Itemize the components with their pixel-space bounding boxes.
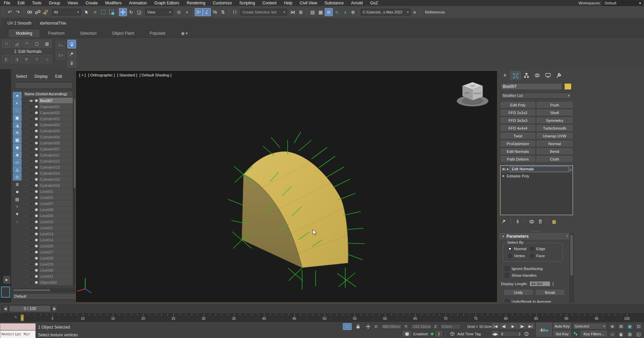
bind-to-space-warp-button[interactable] [42,8,50,16]
visibility-eye-icon[interactable] [28,165,34,170]
filter-helpers-icon[interactable]: ◮ [13,122,22,129]
visibility-eye-icon[interactable] [28,190,34,194]
field-of-view-button[interactable]: ◇ [608,331,616,337]
visibility-eye-icon[interactable] [28,147,34,151]
x-coordinate-field[interactable]: 488.393cm [381,324,402,329]
reference-coordinate-dropdown[interactable]: View▾ [145,9,173,15]
visibility-eye-icon[interactable] [28,256,34,261]
renderable-dot-icon[interactable] [34,190,39,193]
viewport[interactable]: [ + ] [ Orthographic ] [ Standard ] [ De… [75,70,497,303]
visibility-eye-icon[interactable] [28,183,34,188]
list-item[interactable]: Line011 [23,225,73,231]
renderable-dot-icon[interactable] [34,178,39,181]
pin-stack-button[interactable] [67,50,76,58]
list-item[interactable]: Line002 [23,195,73,201]
pan-button[interactable] [617,331,625,337]
renderable-dot-icon[interactable] [34,245,39,247]
filter-spacewarps-icon[interactable]: ≋ [13,129,22,136]
stack-row-edit-normals[interactable]: ▶ Edit Normals ▵ [501,166,573,173]
list-item[interactable]: Line001 [23,189,73,195]
parameters-scrollbar[interactable] [570,233,574,303]
visibility-eye-icon[interactable] [28,202,34,206]
menu-customize[interactable]: Customize [209,0,236,6]
renderable-dot-icon[interactable] [34,275,39,278]
visibility-eye-icon[interactable] [28,141,34,145]
menu-animation[interactable]: Animation [125,0,151,6]
material-editor-button[interactable]: ◑ [341,8,349,16]
show-end-result-button[interactable] [514,218,521,225]
show-end-result-toggle[interactable] [67,40,76,48]
poly-tool-2-button[interactable]: ◨ [12,55,21,63]
subobject-level-2-button[interactable]: ◿ [12,40,21,48]
visibility-eye-icon[interactable] [28,111,34,115]
visibility-eye-icon[interactable] [28,117,34,121]
list-item[interactable]: Line029 [23,261,73,267]
absolute-mode-transform-button[interactable] [364,323,372,330]
radio-normal[interactable]: Normal [508,247,526,251]
select-and-move-button[interactable] [119,8,127,16]
tab-display[interactable] [543,71,553,80]
select-and-scale-button[interactable]: ◲ [135,8,143,16]
poly-tool-3-button[interactable]: ◩ [22,55,31,63]
list-horizontal-scrollbar[interactable] [12,289,77,292]
renderable-dot-icon[interactable] [34,208,39,211]
renderable-dot-icon[interactable] [34,251,39,253]
mirror-button[interactable]: ⋈ [289,8,297,16]
select-by-name-button[interactable]: ≡ [91,8,99,16]
menu-scripting[interactable]: Scripting [235,0,259,6]
list-item[interactable]: Cylinder014 [23,170,73,176]
spinner-snap-button[interactable]: ⇅ [219,8,227,16]
renderable-dot-icon[interactable] [34,154,39,157]
ribbon-toggle-button[interactable]: ⊞ [325,8,333,16]
menu-modifiers[interactable]: Modifiers [101,0,125,6]
tab-idenormalthie[interactable]: ideNormalThie [35,19,70,27]
basket-icon[interactable]: ∪ [13,218,22,225]
filter-geometry-icon[interactable]: ● [13,92,22,99]
ribbon-tab-selection[interactable]: Selection [72,29,104,37]
maxscript-mini-listener[interactable]: MAXScript Mir [0,330,36,338]
visibility-eye-icon[interactable] [28,220,34,224]
unify-button[interactable]: Unify [504,290,533,296]
configure-modifier-sets-button[interactable]: ▦ [550,218,558,225]
renderable-dot-icon[interactable] [34,136,39,138]
rectangular-selection-region-button[interactable] [99,8,107,16]
isolate-selection-toggle[interactable]: ⛶ [343,323,352,330]
modifier-button-ffd-2x2x2[interactable]: FFD 2x2x2 [501,110,535,116]
snaps-toggle-button[interactable]: 3 [195,8,203,16]
key-filters-footsteps-icon[interactable] [572,331,579,337]
selection-lock-toggle[interactable] [354,323,362,330]
macro-recorder-field[interactable] [0,323,36,330]
parameters-rollout-header[interactable]: ▼ Parameters ⠿ [500,233,571,239]
renderable-dot-icon[interactable] [34,160,39,163]
filter-frozen-icon[interactable]: ▭ [13,159,22,166]
tab-utilities[interactable] [554,71,564,80]
list-item[interactable]: Line009 [23,213,73,219]
references-button[interactable]: References [425,10,445,14]
key-step-toggle[interactable]: ◀▶ [492,331,498,337]
selection-filter-dropdown[interactable]: All▾ [52,9,81,15]
menu-content[interactable]: Content [259,0,280,6]
renderable-dot-icon[interactable] [34,269,39,272]
renderable-dot-icon[interactable] [34,166,39,169]
select-and-manipulate-button[interactable]: + [183,8,191,16]
modifier-button-ffd-3x3x3[interactable]: FFD 3x3x3 [501,117,535,124]
list-item[interactable]: Cylinder005 [23,140,73,146]
swatch-icon[interactable]: ■ [13,188,22,195]
visibility-eye-icon[interactable] [28,214,34,218]
unify-break-average-checkbox[interactable]: Unify/Break to Average [505,299,551,303]
visibility-eye-icon[interactable] [28,238,34,242]
list-item[interactable]: Line013 [23,231,73,237]
toolbar-grip[interactable] [3,6,4,18]
time-configuration-button[interactable] [523,331,530,337]
visibility-eye-icon[interactable] [28,105,34,109]
renderable-dot-icon[interactable] [34,239,39,241]
modifier-button-path-deform[interactable]: Path Deform [501,156,535,163]
next-key-button[interactable]: |▶ [518,323,526,329]
name-column-header[interactable]: Name (Sorted Ascending) [23,91,73,97]
window-crossing-button[interactable] [107,8,115,16]
go-to-start-button[interactable]: |◀ [492,323,499,329]
add-time-tag-button[interactable]: Add Time Tag [457,332,481,336]
menu-goz[interactable]: GoZ [366,0,382,6]
filter-icon[interactable]: ▼ [13,210,22,217]
scene-explorer-toggle-button[interactable]: ▦ [317,8,325,16]
